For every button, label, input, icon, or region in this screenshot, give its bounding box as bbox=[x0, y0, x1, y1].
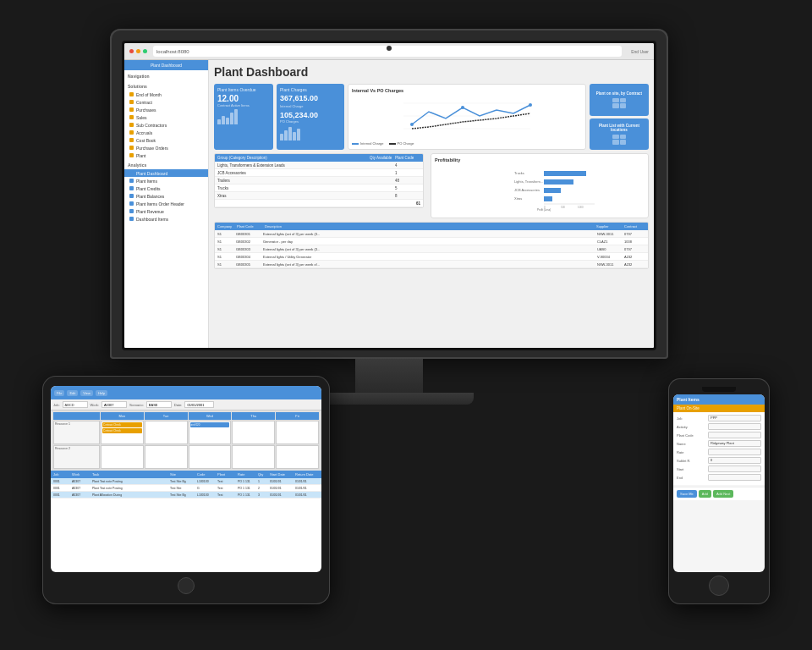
form-input-start[interactable] bbox=[708, 465, 761, 472]
svg-point-4 bbox=[461, 106, 464, 109]
svg-text:Trucks: Trucks bbox=[514, 171, 524, 175]
tablet-row: 0001 A0307 Plant Allocation During Test … bbox=[51, 492, 321, 499]
form-input-rate[interactable] bbox=[708, 449, 761, 455]
cal-row-label-1: Resource 1 bbox=[53, 421, 100, 444]
form-input-plantcode[interactable] bbox=[708, 432, 761, 438]
form-input-job[interactable]: PPP bbox=[708, 415, 761, 421]
form-input-activity[interactable] bbox=[708, 423, 761, 430]
sidebar-item-plant[interactable]: Plant bbox=[124, 151, 208, 159]
svg-text:JCB Accessories: JCB Accessories bbox=[514, 188, 540, 192]
sidebar-item-plantbalances[interactable]: Plant Balances bbox=[124, 192, 208, 200]
sidebar-item-contract[interactable]: Contract bbox=[124, 98, 208, 106]
close-dot[interactable] bbox=[129, 49, 134, 53]
card-charges-label2: PO Charges bbox=[280, 119, 341, 124]
sidebar-item-subcontractors[interactable]: Sub Contractors bbox=[124, 121, 208, 129]
sidebar-item-accruals[interactable]: Accruals bbox=[124, 129, 208, 136]
form-label-sublet: Sublet R. bbox=[677, 459, 706, 463]
card-charges: Plant Charges 367,615.00 Internal Charge… bbox=[277, 84, 344, 150]
card-overdue-value: 12.00 bbox=[217, 94, 270, 103]
group-table: Group (Category Description) Qty Availab… bbox=[214, 153, 424, 218]
tablet-btn-file[interactable]: File bbox=[54, 390, 64, 396]
sidebar: Plant Dashboard Navigation Solutions End… bbox=[124, 60, 209, 348]
tablet-btn-edit[interactable]: Edit bbox=[67, 390, 78, 396]
phone-save-button[interactable]: Save Me bbox=[677, 490, 697, 498]
form-label-job: Job bbox=[677, 416, 706, 421]
svg-text:Profit (Loss): Profit (Loss) bbox=[537, 208, 551, 212]
form-row-end: End bbox=[677, 474, 761, 481]
nav-label: Navigation bbox=[128, 74, 150, 79]
sidebar-item-purchases[interactable]: Purchases bbox=[124, 106, 208, 113]
sidebar-item-plantrevenue[interactable]: Plant Revenue bbox=[124, 207, 208, 215]
grid-icon-1 bbox=[612, 98, 626, 108]
cal-cell bbox=[145, 445, 188, 469]
group-table-header: Group (Category Description) Qty Availab… bbox=[215, 154, 423, 162]
cal-cell: and 020 bbox=[189, 421, 232, 444]
sidebar-item-costbook[interactable]: Cost Book bbox=[124, 136, 208, 144]
sidebar-item-endofmonth[interactable]: End of Month bbox=[124, 91, 208, 98]
cal-header-wed: Wed bbox=[189, 412, 232, 420]
card-charges-title: Plant Charges bbox=[280, 87, 341, 92]
svg-point-5 bbox=[529, 103, 532, 107]
sidebar-item-plantdashboard[interactable]: Plant Dashboard bbox=[124, 169, 208, 177]
phone: Plant Items Plant On-Site Job PPP Activi… bbox=[668, 378, 770, 604]
tablet-job-filter[interactable]: ABCD bbox=[63, 401, 88, 408]
overdue-chart bbox=[217, 109, 270, 124]
form-row-plantcode: Plant Code bbox=[677, 432, 761, 438]
table-row: Trailers48 bbox=[215, 177, 423, 185]
max-dot[interactable] bbox=[143, 49, 147, 53]
sidebar-item-plantcredits[interactable]: Plant Credits bbox=[124, 185, 208, 192]
table-row: Xtras8 bbox=[215, 192, 423, 200]
phone-home-button[interactable] bbox=[709, 576, 729, 596]
profitability-title: Profitability bbox=[435, 157, 645, 162]
tablet-btn-help[interactable]: Help bbox=[96, 390, 107, 396]
table-row: Lights, Transformers & Extension Leads4 bbox=[215, 162, 423, 169]
card-overdue-title: Plant Items Overdue bbox=[217, 87, 270, 92]
monitor-base bbox=[304, 393, 474, 405]
min-dot[interactable] bbox=[136, 49, 140, 53]
sidebar-item-plantitemsorder[interactable]: Plant Items Order Header bbox=[124, 200, 208, 207]
cal-event-blue: and 020 bbox=[190, 422, 230, 427]
phone-add-button[interactable]: Add bbox=[699, 490, 711, 498]
sidebar-item-dashboarditems[interactable]: Dashboard Items bbox=[124, 215, 208, 223]
form-input-name[interactable]: Ridgeway Plant bbox=[708, 440, 761, 447]
tablet-scenario-filter[interactable]: BASE bbox=[146, 401, 172, 408]
page-title: Plant Dashboard bbox=[214, 65, 649, 79]
table-row: S1 GB00305 External lights (set of 3) pe… bbox=[215, 261, 648, 268]
form-label-rate: Rate bbox=[677, 450, 706, 454]
sidebar-item-sales[interactable]: Sales bbox=[124, 113, 208, 121]
monitor-screen: localhost:8080 End User Plant Dashboard … bbox=[124, 43, 654, 348]
tablet-date-filter[interactable]: 01/01/2001 bbox=[184, 401, 214, 408]
cal-cell bbox=[145, 421, 188, 444]
form-label-start: Start bbox=[677, 467, 706, 471]
cal-cell bbox=[276, 445, 319, 469]
form-input-sublet[interactable]: 0 bbox=[708, 457, 761, 464]
chart-title: Internal Vs PO Charges bbox=[352, 88, 582, 93]
sidebar-item-purchaseorders[interactable]: Purchase Orders bbox=[124, 144, 208, 151]
cal-header-thu: Thu bbox=[232, 412, 275, 420]
svg-text:500: 500 bbox=[561, 206, 565, 209]
svg-rect-10 bbox=[544, 171, 586, 176]
sidebar-item-plantitems[interactable]: Plant Items bbox=[124, 177, 208, 185]
phone-addnext-button[interactable]: Add Next bbox=[713, 490, 733, 498]
tablet-bottom-section: Job Work Task Site Code Plant Rate Qty S… bbox=[51, 471, 321, 499]
cal-event-orange2: Contract Check bbox=[102, 428, 142, 433]
table-total: 61 bbox=[416, 201, 420, 206]
table-row: S1 GB00302 Generator - per day CLAZ1 100… bbox=[215, 238, 648, 245]
form-row-sublet: Sublet R. 0 bbox=[677, 457, 761, 464]
form-input-end[interactable] bbox=[708, 474, 761, 481]
cal-event-orange: Contract Check bbox=[102, 422, 142, 427]
tablet-calendar: Mon Tue Wed Thu Fri Resource 1 Contract … bbox=[51, 410, 321, 471]
profitability-svg: Trucks Lights, Transform... JCB Accessor… bbox=[435, 164, 645, 211]
tablet-row: 0001 A0307 Plant Test note Posting Test … bbox=[51, 485, 321, 492]
legend-internal: Internal Charge bbox=[360, 141, 384, 146]
svg-text:1000: 1000 bbox=[578, 206, 584, 209]
tablet-work-filter[interactable]: A0307 bbox=[102, 401, 127, 408]
form-row-activity: Activity bbox=[677, 423, 761, 430]
svg-rect-12 bbox=[544, 188, 561, 193]
tablet-home-button[interactable] bbox=[178, 577, 195, 594]
legend-po: PO Charge bbox=[398, 141, 414, 146]
tablet-btn-view[interactable]: View bbox=[80, 390, 93, 396]
tablet-toolbar: File Edit View Help bbox=[51, 386, 321, 399]
main-content: Plant Dashboard Plant Items Overdue 12.0… bbox=[209, 60, 654, 348]
tablet-row: 0001 A0307 Plant Test note Posting Test … bbox=[51, 478, 321, 485]
